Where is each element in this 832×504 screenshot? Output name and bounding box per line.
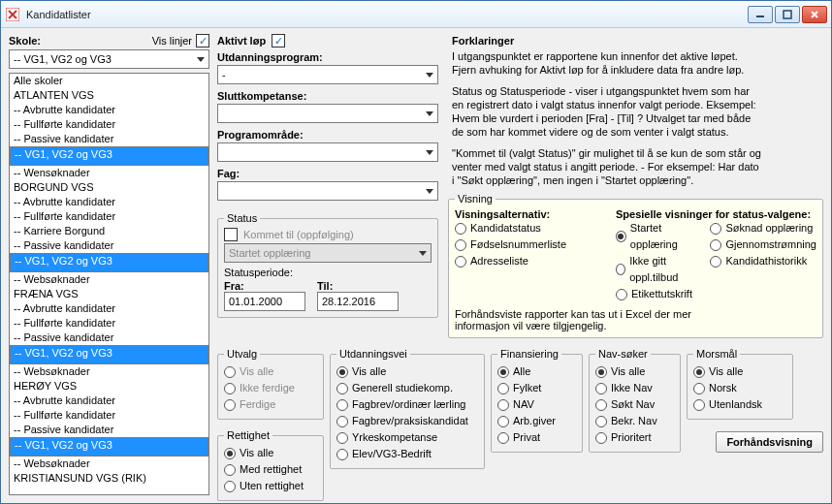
list-item[interactable]: KRISTIANSUND VGS (RIK) <box>10 471 208 486</box>
content: Skole: Vis linjer -- VG1, VG2 og VG3 All… <box>1 28 831 503</box>
fra-date-input[interactable]: 01.01.2000 <box>224 292 305 311</box>
chevron-down-icon <box>426 73 433 78</box>
list-item[interactable]: -- Fullførte kandidater <box>10 316 208 331</box>
list-item[interactable]: -- VG1, VG2 og VG3 <box>10 146 208 166</box>
list-item[interactable]: BORGUND VGS <box>10 180 208 195</box>
radio-icon <box>497 383 509 394</box>
list-item[interactable]: -- Fullførte kandidater <box>10 408 208 423</box>
list-item[interactable]: -- Avbrutte kandidater <box>10 394 208 408</box>
maximize-button[interactable] <box>775 6 800 23</box>
list-item[interactable]: FRÆNA VGS <box>10 287 208 301</box>
fag-dropdown[interactable] <box>217 181 438 201</box>
list-item[interactable]: -- Wensøknader <box>10 166 208 180</box>
radio-icon <box>616 264 625 275</box>
radio-option[interactable]: Uten rettighet <box>224 478 317 494</box>
utvalg-fieldset: UtvalgVis alleIkke ferdigeFerdige <box>217 348 324 420</box>
radio-option[interactable]: Søkt Nav <box>595 396 674 413</box>
radio-icon <box>710 239 721 251</box>
radio-option[interactable]: Ikke gitt oppl.tilbud <box>616 253 702 286</box>
window-title: Kandidatlister <box>26 9 748 20</box>
radio-option[interactable]: Fagbrev/praksiskandidat <box>336 413 478 429</box>
visningsalternativ-label: Visningsalternativ: <box>455 208 600 220</box>
radio-icon <box>497 432 509 444</box>
status-legend: Status <box>224 212 260 224</box>
list-item[interactable]: HERØY VGS <box>10 379 208 394</box>
list-item[interactable]: -- Avbrutte kandidater <box>10 103 208 117</box>
fieldset-legend: Morsmål <box>693 348 740 360</box>
left-column: Skole: Vis linjer -- VG1, VG2 og VG3 All… <box>9 34 209 495</box>
radio-icon <box>455 223 466 235</box>
radio-icon <box>455 239 466 251</box>
radio-icon <box>224 366 236 378</box>
radio-option[interactable]: Elev/VG3-Bedrift <box>336 446 478 462</box>
minimize-button[interactable] <box>748 6 773 23</box>
programomrade-dropdown[interactable] <box>217 142 438 162</box>
radio-option[interactable]: Fødselsnummerliste <box>455 236 600 253</box>
radio-option[interactable]: Generell studiekomp. <box>336 380 478 396</box>
radio-icon <box>497 399 509 411</box>
list-item[interactable]: -- Passive kandidater <box>10 238 208 253</box>
radio-option[interactable]: Vis alle <box>224 445 317 461</box>
radio-option[interactable]: Adresseliste <box>455 253 600 269</box>
list-item[interactable]: -- Passive kandidater <box>10 423 208 437</box>
radio-option[interactable]: Yrkeskompetanse <box>336 429 478 446</box>
kommet-til-checkbox[interactable]: Kommet til (oppfølging) <box>224 228 432 241</box>
til-date-input[interactable]: 28.12.2016 <box>317 292 399 311</box>
radio-option[interactable]: Vis alle <box>595 363 674 380</box>
radio-option[interactable]: Privat <box>497 429 576 446</box>
list-item[interactable]: -- VG1, VG2 og VG3 <box>10 253 208 272</box>
close-button[interactable] <box>802 6 827 23</box>
list-item[interactable]: -- VG1, VG2 og VG3 <box>10 345 208 364</box>
list-item[interactable]: -- Karriere Borgund <box>10 224 208 238</box>
bottom-row: UtvalgVis alleIkke ferdigeFerdige Rettig… <box>217 348 823 503</box>
list-item[interactable]: -- VG1, VG2 og VG3 <box>10 437 208 457</box>
radio-option[interactable]: Startet opplæring <box>616 220 702 253</box>
list-item[interactable]: -- Websøknader <box>10 457 208 471</box>
radio-option[interactable]: Ikke Nav <box>595 380 674 396</box>
radio-option[interactable]: Prioritert <box>595 429 674 446</box>
utdanningsprogram-label: Utdanningsprogram: <box>217 51 438 63</box>
list-item[interactable]: Alle skoler <box>10 74 208 88</box>
radio-option[interactable]: Kandidatstatus <box>455 220 600 236</box>
chevron-down-icon <box>426 150 433 155</box>
rettighet-fieldset: RettighetVis alleMed rettighetUten retti… <box>217 429 324 501</box>
list-item[interactable]: -- Avbrutte kandidater <box>10 301 208 316</box>
radio-icon <box>336 449 348 460</box>
radio-option[interactable]: Med rettighet <box>224 461 317 478</box>
radio-option[interactable]: Fylket <box>497 380 576 396</box>
skole-dropdown[interactable]: -- VG1, VG2 og VG3 <box>9 49 209 69</box>
utdanningsprogram-dropdown[interactable]: - <box>217 65 438 84</box>
list-item[interactable]: -- Websøknader <box>10 364 208 379</box>
radio-option[interactable]: Norsk <box>693 380 786 396</box>
skole-value: -- VG1, VG2 og VG3 <box>14 53 112 65</box>
list-item[interactable]: ATLANTEN VGS <box>10 88 208 103</box>
radio-option[interactable]: Alle <box>497 363 576 380</box>
list-item[interactable]: -- Fullførte kandidater <box>10 209 208 224</box>
list-item[interactable]: -- Passive kandidater <box>10 132 208 146</box>
svg-rect-2 <box>784 11 791 18</box>
radio-option[interactable]: Utenlandsk <box>693 396 786 413</box>
list-item[interactable]: -- Websøknader <box>10 272 208 287</box>
radio-option[interactable]: Kandidathistorikk <box>710 253 816 269</box>
radio-option[interactable]: Bekr. Nav <box>595 413 674 429</box>
radio-option[interactable]: Fagbrev/ordinær lærling <box>336 396 478 413</box>
skole-listbox[interactable]: Alle skolerATLANTEN VGS-- Avbrutte kandi… <box>9 73 209 495</box>
radio-option[interactable]: NAV <box>497 396 576 413</box>
window-buttons <box>748 6 827 23</box>
radio-icon <box>336 399 348 411</box>
list-item[interactable]: -- Fullførte kandidater <box>10 117 208 132</box>
radio-option[interactable]: Etikettutskrift <box>616 286 702 302</box>
radio-option[interactable]: Gjennomstrømning <box>710 236 816 253</box>
sluttkompetanse-dropdown[interactable] <box>217 104 438 123</box>
radio-icon <box>336 366 348 378</box>
radio-option[interactable]: Arb.giver <box>497 413 576 429</box>
list-item[interactable]: -- Passive kandidater <box>10 331 208 345</box>
list-item[interactable]: -- Avbrutte kandidater <box>10 195 208 209</box>
forhandsvisning-button[interactable]: Forhåndsvisning <box>716 431 823 453</box>
aktivt-lop-checkbox[interactable] <box>272 34 285 47</box>
radio-option[interactable]: Søknad opplæring <box>710 220 816 236</box>
status-dropdown[interactable]: Startet opplæring <box>224 243 432 263</box>
radio-option[interactable]: Vis alle <box>693 363 786 380</box>
radio-option[interactable]: Vis alle <box>336 363 478 380</box>
vis-linjer-checkbox[interactable]: Vis linjer <box>152 34 209 47</box>
